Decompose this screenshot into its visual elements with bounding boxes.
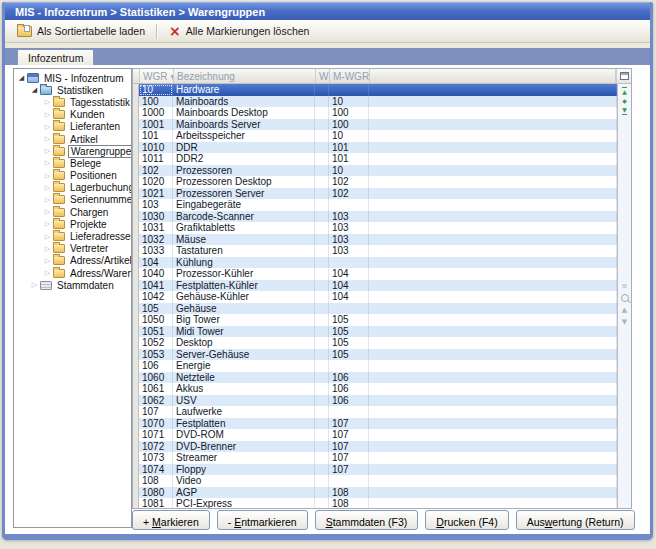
collapsed-arrow-icon[interactable]: ▷ — [43, 269, 52, 277]
expanded-arrow-icon[interactable]: ◢ — [17, 74, 26, 82]
collapsed-arrow-icon[interactable]: ▷ — [43, 159, 52, 167]
table-row[interactable]: 10Hardware — [133, 84, 617, 96]
table-row[interactable]: 105Gehäuse — [133, 303, 617, 315]
column-header-wgr[interactable]: WGR▼ — [140, 69, 174, 83]
column-header-mwgr[interactable]: M-WGR — [330, 69, 370, 83]
table-cell-mwgr: 107 — [329, 418, 369, 430]
expanded-arrow-icon[interactable]: ◢ — [30, 86, 39, 94]
table-row[interactable]: 103Eingabegeräte — [133, 199, 617, 211]
button-markieren[interactable]: + Markieren — [132, 510, 210, 530]
collapsed-arrow-icon[interactable]: ▷ — [43, 233, 52, 241]
table-cell-mwgr: 10 — [329, 96, 369, 108]
table-row[interactable]: 1030Barcode-Scanner103 — [133, 211, 617, 223]
table-row[interactable]: 1021Prozessoren Server102 — [133, 188, 617, 200]
collapsed-arrow-icon[interactable]: ▷ — [43, 172, 52, 180]
tab-infozentrum[interactable]: Infozentrum — [17, 49, 94, 65]
collapsed-arrow-icon[interactable]: ▷ — [43, 184, 52, 192]
tree-item-adress-artikel[interactable]: ▷Adress/Artikel — [14, 255, 131, 267]
tree-item-adress-warengruppen[interactable]: ▷Adress/Warengruppen — [14, 267, 131, 279]
button-drucken-f4[interactable]: Drucken (F4) — [425, 510, 508, 530]
tree-item-artikel[interactable]: ▷Artikel — [14, 133, 131, 145]
table-row[interactable]: 1032Mäuse103 — [133, 234, 617, 246]
scroll-to-top-icon[interactable]: ▲ — [622, 87, 627, 95]
table-row[interactable]: 108Video — [133, 475, 617, 487]
table-row[interactable]: 1080AGP108 — [133, 487, 617, 499]
column-chooser-button[interactable] — [616, 69, 631, 83]
collapsed-arrow-icon[interactable]: ▷ — [30, 281, 39, 289]
tree-item-stammdaten[interactable]: ▷Stammdaten — [14, 279, 131, 291]
table-row[interactable]: 1073Streamer107 — [133, 452, 617, 464]
table-row[interactable]: 1072DVD-Brenner107 — [133, 441, 617, 453]
page-down-icon[interactable]: ▼ — [622, 318, 627, 326]
table-row[interactable]: 1020Prozessoren Desktop102 — [133, 176, 617, 188]
collapsed-arrow-icon[interactable]: ▷ — [43, 98, 52, 106]
collapsed-arrow-icon[interactable]: ▷ — [43, 208, 52, 216]
tree-item-label: Statistiken — [55, 85, 105, 96]
column-header-w[interactable]: W — [316, 69, 330, 83]
collapsed-arrow-icon[interactable]: ▷ — [43, 220, 52, 228]
tree-item-mis-infozentrum[interactable]: ◢MIS - Infozentrum — [14, 72, 131, 84]
tree-item-lieferanten[interactable]: ▷Lieferanten — [14, 121, 131, 133]
table-row[interactable]: 1033Tastaturen103 — [133, 245, 617, 257]
collapsed-arrow-icon[interactable]: ▷ — [43, 123, 52, 131]
table-row[interactable]: 1031Grafiktabletts103 — [133, 222, 617, 234]
page-up-icon[interactable]: ▲ — [622, 306, 627, 314]
tree-item-seriennummern[interactable]: ▷Seriennummern — [14, 194, 131, 206]
table-row[interactable]: 1040Prozessor-Kühler104 — [133, 268, 617, 280]
table-row[interactable]: 1051Midi Tower105 — [133, 326, 617, 338]
collapsed-arrow-icon[interactable]: ▷ — [43, 111, 52, 119]
table-row[interactable]: 106Energie — [133, 360, 617, 372]
table-row[interactable]: 1060Netzteile106 — [133, 372, 617, 384]
table-row[interactable]: 1050Big Tower105 — [133, 314, 617, 326]
table-row[interactable]: 1061Akkus106 — [133, 383, 617, 395]
table-row[interactable]: 1042Gehäuse-Kühler104 — [133, 291, 617, 303]
tree-item-statistiken[interactable]: ◢Statistiken — [14, 84, 131, 96]
table-cell-filler — [369, 257, 617, 269]
scroll-position-icon[interactable]: ◆ — [622, 98, 627, 104]
collapsed-arrow-icon[interactable]: ▷ — [43, 147, 52, 155]
collapsed-arrow-icon[interactable]: ▷ — [43, 257, 52, 265]
scroll-to-bottom-icon[interactable]: ▼ — [622, 107, 627, 115]
collapsed-arrow-icon[interactable]: ▷ — [43, 245, 52, 253]
collapsed-arrow-icon[interactable]: ▷ — [43, 135, 52, 143]
table-row[interactable]: 1071DVD-ROM107 — [133, 429, 617, 441]
table-cell-bezeichnung: PCI-Express — [173, 498, 315, 508]
table-row[interactable]: 1062USV106 — [133, 395, 617, 407]
collapsed-arrow-icon[interactable]: ▷ — [43, 196, 52, 204]
table-row[interactable]: 1053Server-Gehäuse105 — [133, 349, 617, 361]
search-icon[interactable] — [621, 294, 629, 302]
table-row[interactable]: 1001Mainboards Server100 — [133, 119, 617, 131]
fast-scroll-icon[interactable]: ≡ — [622, 282, 628, 290]
tree-item-chargen[interactable]: ▷Chargen — [14, 206, 131, 218]
column-header-bezeichnung[interactable]: Bezeichnung — [174, 69, 316, 83]
table-row[interactable]: 1081PCI-Express108 — [133, 498, 617, 508]
table-row[interactable]: 1010DDR101 — [133, 142, 617, 154]
tree-item-lagerbuchungen[interactable]: ▷Lagerbuchungen — [14, 182, 131, 194]
table-row[interactable]: 1011DDR2101 — [133, 153, 617, 165]
table-row[interactable]: 101Arbeitsspeicher10 — [133, 130, 617, 142]
table-row[interactable]: 1070Festplatten107 — [133, 418, 617, 430]
vertical-scrollbar[interactable]: ▲ ◆ ▼ ≡ ▲ ▼ — [617, 84, 631, 508]
tree-item-positionen[interactable]: ▷Positionen — [14, 170, 131, 182]
button-auswertung-return[interactable]: Auswertung (Return) — [516, 510, 635, 530]
button-entmarkieren[interactable]: - Entmarkieren — [217, 510, 308, 530]
tree-item-projekte[interactable]: ▷Projekte — [14, 218, 131, 230]
tree-item-warengruppen[interactable]: ▷Warengruppen — [14, 145, 131, 157]
table-row[interactable]: 1074Floppy107 — [133, 464, 617, 476]
table-row[interactable]: 1041Festplatten-Kühler104 — [133, 280, 617, 292]
toolbar-button-alle-markierungen-löschen[interactable]: ×Alle Markierungen löschen — [163, 23, 315, 39]
tree-item-vertreter[interactable]: ▷Vertreter — [14, 243, 131, 255]
table-row[interactable]: 102Prozessoren10 — [133, 165, 617, 177]
title-bar[interactable]: MIS - Infozentrum > Statistiken > Wareng… — [5, 2, 650, 20]
table-row[interactable]: 100Mainboards10 — [133, 96, 617, 108]
table-row[interactable]: 107Laufwerke — [133, 406, 617, 418]
table-row[interactable]: 1000Mainboards Desktop100 — [133, 107, 617, 119]
table-row[interactable]: 1052Desktop105 — [133, 337, 617, 349]
tree-item-tagesstatistik[interactable]: ▷Tagesstatistik — [14, 96, 131, 108]
button-stammdaten-f3[interactable]: Stammdaten (F3) — [315, 510, 419, 530]
tree-item-kunden[interactable]: ▷Kunden — [14, 109, 131, 121]
tree-item-lieferadressen[interactable]: ▷Lieferadressen — [14, 230, 131, 242]
tree-item-belege[interactable]: ▷Belege — [14, 157, 131, 169]
table-row[interactable]: 104Kühlung — [133, 257, 617, 269]
toolbar-button-als-sortiertabelle-laden[interactable]: Als Sortiertabelle laden — [11, 23, 151, 39]
